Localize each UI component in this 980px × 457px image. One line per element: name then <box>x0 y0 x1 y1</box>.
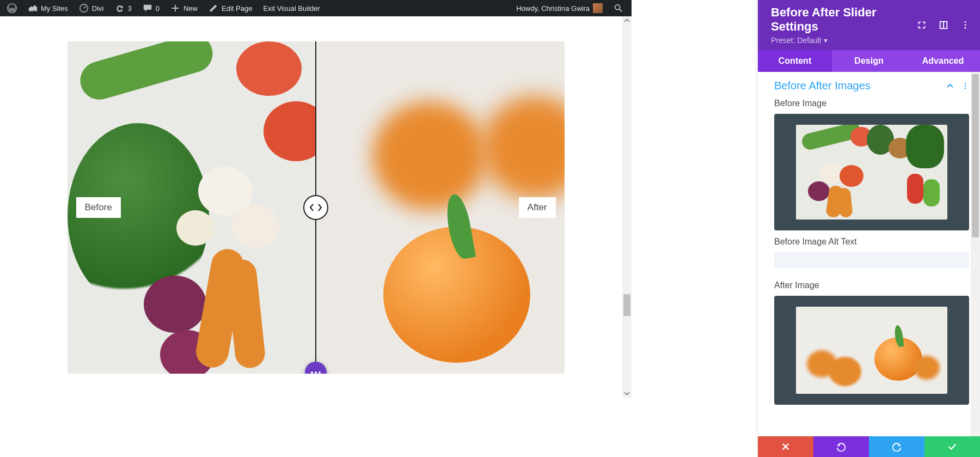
expand-icon[interactable] <box>917 20 927 30</box>
before-label: Before <box>76 197 121 218</box>
cancel-button[interactable] <box>758 436 813 457</box>
svg-rect-4 <box>943 22 944 29</box>
redo-icon <box>892 442 902 452</box>
scroll-down-icon[interactable] <box>624 391 630 397</box>
refresh-icon <box>115 3 125 13</box>
my-sites-link[interactable]: My Sites <box>23 0 73 16</box>
svg-point-8 <box>965 83 966 84</box>
before-image-field-label: Before Image <box>774 99 969 108</box>
chevron-up-icon[interactable] <box>946 82 954 90</box>
tab-design[interactable]: Design <box>832 50 906 72</box>
svg-point-7 <box>965 27 966 29</box>
after-image-field-label: After Image <box>774 281 969 290</box>
site-name-label: Divi <box>92 4 104 13</box>
after-label: After <box>519 197 556 218</box>
avatar <box>593 3 603 13</box>
tab-advanced[interactable]: Advanced <box>906 50 980 72</box>
wordpress-icon <box>7 3 17 13</box>
undo-icon <box>836 442 846 452</box>
updates-link[interactable]: 3 <box>110 0 137 16</box>
howdy-link[interactable]: Howdy, Christina Gwira <box>511 0 608 16</box>
after-image-picker[interactable] <box>774 296 969 405</box>
updates-count: 3 <box>128 4 132 13</box>
edit-page-link[interactable]: Edit Page <box>204 0 257 16</box>
site-name-link[interactable]: Divi <box>74 0 109 16</box>
settings-tabs: Content Design Advanced <box>758 50 980 72</box>
chevron-left-icon <box>309 204 315 211</box>
section-title: Before After Images <box>774 80 871 92</box>
exit-vb-label: Exit Visual Builder <box>263 4 320 13</box>
before-image-picker[interactable] <box>774 114 969 230</box>
gauge-icon <box>79 3 89 13</box>
more-icon[interactable] <box>960 20 970 30</box>
before-image-thumbnail <box>796 125 947 220</box>
houses-icon <box>28 3 38 13</box>
snap-icon[interactable] <box>939 20 948 30</box>
save-button[interactable] <box>924 436 980 457</box>
settings-panel: Before After Slider Settings Preset: Def… <box>758 0 980 457</box>
scroll-up-icon[interactable] <box>624 17 630 23</box>
search-toggle[interactable] <box>609 0 628 16</box>
before-alt-input[interactable] <box>774 252 969 269</box>
section-more-icon[interactable] <box>961 82 969 90</box>
comment-icon <box>143 3 152 13</box>
chevron-down-icon: ▾ <box>824 36 828 45</box>
plus-icon <box>170 3 180 13</box>
edit-page-label: Edit Page <box>222 4 252 13</box>
before-after-slider[interactable]: Before After <box>68 41 565 374</box>
svg-point-9 <box>965 85 966 87</box>
my-sites-label: My Sites <box>41 4 68 13</box>
after-image-thumbnail <box>796 307 947 394</box>
preset-dropdown[interactable]: Preset: Default ▾ <box>771 36 917 45</box>
redo-button[interactable] <box>869 436 924 457</box>
page-scrollbar[interactable] <box>622 16 632 398</box>
svg-point-10 <box>965 88 966 89</box>
comments-count: 0 <box>156 4 160 13</box>
svg-point-2 <box>615 5 620 10</box>
comments-link[interactable]: 0 <box>138 0 164 16</box>
settings-header: Before After Slider Settings Preset: Def… <box>758 0 980 50</box>
before-alt-field-label: Before Image Alt Text <box>774 237 969 247</box>
settings-body: Before After Images Before Image <box>758 72 980 436</box>
new-link[interactable]: New <box>166 0 203 16</box>
page-canvas: Before After <box>0 16 632 457</box>
pencil-icon <box>209 3 218 13</box>
panel-scrollbar[interactable] <box>971 72 980 436</box>
undo-button[interactable] <box>813 436 869 457</box>
section-before-after-images[interactable]: Before After Images <box>774 80 969 92</box>
new-label: New <box>183 4 198 13</box>
howdy-label: Howdy, Christina Gwira <box>516 4 590 13</box>
wp-logo[interactable] <box>2 0 22 16</box>
search-icon <box>614 3 623 13</box>
page-scroll-thumb[interactable] <box>623 294 630 316</box>
svg-point-6 <box>965 25 966 26</box>
exit-visual-builder-link[interactable]: Exit Visual Builder <box>258 0 325 16</box>
tab-content[interactable]: Content <box>758 50 832 72</box>
settings-title: Before After Slider Settings <box>771 5 917 34</box>
check-icon <box>947 442 957 452</box>
svg-point-5 <box>965 21 966 23</box>
settings-actions <box>758 436 980 457</box>
close-icon <box>781 442 791 452</box>
panel-scroll-thumb[interactable] <box>972 74 979 237</box>
slider-handle[interactable] <box>303 195 328 220</box>
chevron-right-icon <box>317 204 322 211</box>
wp-admin-bar: My Sites Divi 3 0 New Edit Page Exit Vis… <box>0 0 632 16</box>
